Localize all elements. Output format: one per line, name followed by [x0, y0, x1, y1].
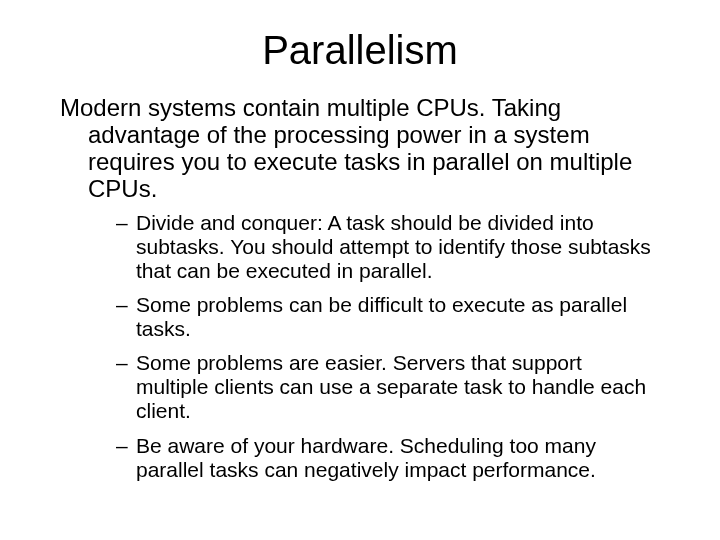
- list-item: Some problems can be difficult to execut…: [116, 293, 660, 341]
- list-item: Some problems are easier. Servers that s…: [116, 351, 660, 423]
- slide: Parallelism Modern systems contain multi…: [0, 0, 720, 540]
- list-item: Divide and conquer: A task should be div…: [116, 211, 660, 283]
- slide-title: Parallelism: [60, 28, 660, 73]
- bullet-list: Divide and conquer: A task should be div…: [60, 211, 660, 482]
- slide-intro: Modern systems contain multiple CPUs. Ta…: [60, 95, 660, 203]
- list-item: Be aware of your hardware. Scheduling to…: [116, 434, 660, 482]
